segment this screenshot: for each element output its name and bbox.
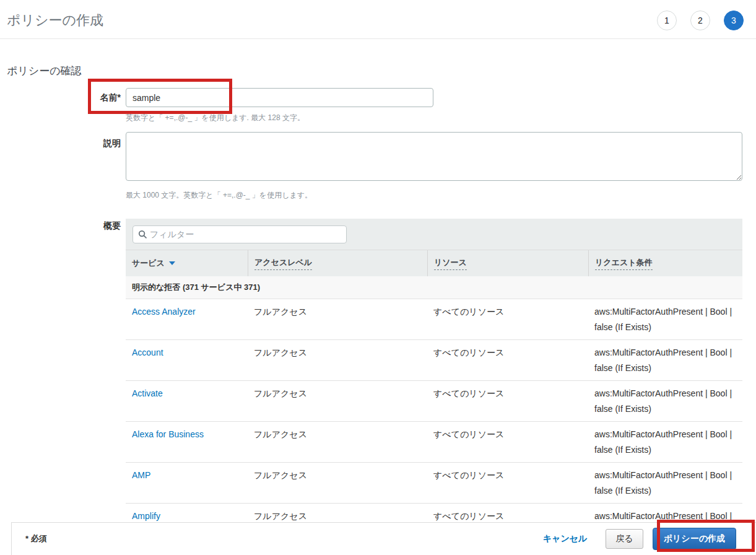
filter-box[interactable] bbox=[133, 225, 347, 243]
column-header-request-condition[interactable]: リクエスト条件 bbox=[588, 250, 742, 276]
description-field-label: 説明 bbox=[6, 138, 121, 149]
column-header-resource[interactable]: リソース bbox=[427, 250, 588, 276]
resource-cell: すべてのリソース bbox=[427, 463, 588, 503]
section-title: ポリシーの確認 bbox=[7, 64, 82, 78]
column-header-access-level-label: アクセスレベル bbox=[254, 257, 312, 270]
resource-cell: すべてのリソース bbox=[427, 299, 588, 339]
table-row: AMP フルアクセス すべてのリソース aws:MultiFactorAuthP… bbox=[126, 463, 742, 504]
back-button[interactable]: 戻る bbox=[606, 529, 643, 549]
search-icon bbox=[138, 230, 147, 239]
policy-description-textarea[interactable] bbox=[126, 132, 742, 181]
request-condition-cell: aws:MultiFactorAuthPresent | Bool | fals… bbox=[588, 381, 742, 421]
table-row: Alexa for Business フルアクセス すべてのリソース aws:M… bbox=[126, 422, 742, 463]
access-level-cell: フルアクセス bbox=[248, 422, 427, 462]
column-header-access-level[interactable]: アクセスレベル bbox=[248, 250, 427, 276]
resource-cell: すべてのリソース bbox=[427, 340, 588, 380]
service-link[interactable]: Activate bbox=[132, 388, 163, 398]
summary-table-body: Access Analyzer フルアクセス すべてのリソース aws:Mult… bbox=[126, 299, 742, 555]
required-note: * 必須 bbox=[25, 533, 47, 544]
policy-summary-table: サービス アクセスレベル リソース リクエスト条件 明示的な拒否 (371 サー… bbox=[126, 219, 742, 555]
access-level-cell: フルアクセス bbox=[248, 299, 427, 339]
page-title: ポリシーの作成 bbox=[7, 11, 103, 30]
column-header-resource-label: リソース bbox=[434, 257, 467, 270]
policy-name-input[interactable] bbox=[126, 88, 433, 107]
header-divider bbox=[0, 38, 756, 39]
description-help-text: 最大 1000 文字。英数字と「 +=,.@-_ 」を使用します。 bbox=[126, 190, 312, 201]
request-condition-cell: aws:MultiFactorAuthPresent | Bool | fals… bbox=[588, 422, 742, 462]
access-level-cell: フルアクセス bbox=[248, 340, 427, 380]
column-header-service[interactable]: サービス bbox=[126, 250, 248, 276]
footer-bar: * 必須 キャンセル 戻る ポリシーの作成 bbox=[11, 522, 756, 555]
create-policy-button[interactable]: ポリシーの作成 bbox=[653, 528, 736, 550]
table-header-row: サービス アクセスレベル リソース リクエスト条件 bbox=[126, 250, 742, 276]
request-condition-cell: aws:MultiFactorAuthPresent | Bool | fals… bbox=[588, 299, 742, 339]
access-level-cell: フルアクセス bbox=[248, 463, 427, 503]
table-row: Account フルアクセス すべてのリソース aws:MultiFactorA… bbox=[126, 340, 742, 381]
column-header-service-label: サービス bbox=[132, 258, 165, 269]
explicit-deny-group-header: 明示的な拒否 (371 サービス中 371) bbox=[126, 276, 742, 299]
service-link[interactable]: Alexa for Business bbox=[132, 429, 204, 439]
service-link[interactable]: Account bbox=[132, 347, 163, 357]
name-help-text: 英数字と「 +=,.@-_ 」を使用します. 最大 128 文字。 bbox=[126, 113, 305, 123]
name-field-label: 名前* bbox=[6, 92, 121, 103]
footer-actions: キャンセル 戻る ポリシーの作成 bbox=[543, 528, 736, 550]
wizard-step-3[interactable]: 3 bbox=[724, 11, 744, 30]
summary-field-label: 概要 bbox=[6, 221, 121, 232]
column-header-request-condition-label: リクエスト条件 bbox=[595, 257, 653, 270]
wizard-step-2[interactable]: 2 bbox=[690, 11, 710, 30]
resource-cell: すべてのリソース bbox=[427, 422, 588, 462]
service-link[interactable]: Amplify bbox=[132, 511, 160, 521]
wizard-steps: 1 2 3 bbox=[657, 11, 744, 30]
filter-input[interactable] bbox=[150, 229, 341, 239]
request-condition-cell: aws:MultiFactorAuthPresent | Bool | fals… bbox=[588, 463, 742, 503]
service-link[interactable]: Access Analyzer bbox=[132, 307, 196, 317]
resource-cell: すべてのリソース bbox=[427, 381, 588, 421]
access-level-cell: フルアクセス bbox=[248, 381, 427, 421]
wizard-step-1[interactable]: 1 bbox=[657, 11, 677, 30]
request-condition-cell: aws:MultiFactorAuthPresent | Bool | fals… bbox=[588, 340, 742, 380]
table-row: Access Analyzer フルアクセス すべてのリソース aws:Mult… bbox=[126, 299, 742, 340]
filter-band bbox=[126, 219, 742, 250]
cancel-link[interactable]: キャンセル bbox=[543, 533, 588, 544]
sort-caret-icon bbox=[169, 261, 175, 265]
service-link[interactable]: AMP bbox=[132, 470, 150, 480]
table-row: Activate フルアクセス すべてのリソース aws:MultiFactor… bbox=[126, 381, 742, 422]
